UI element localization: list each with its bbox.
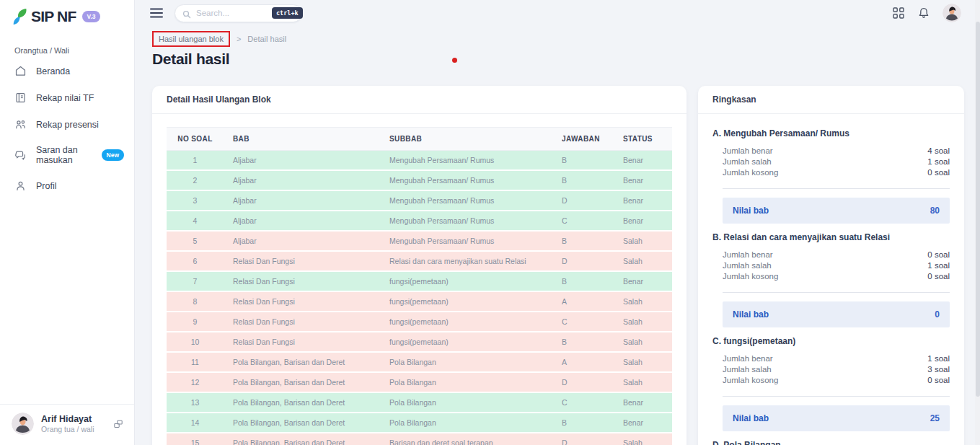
cell-subbab: fungsi(pemetaan): [380, 332, 552, 352]
cell-no-soal: 10: [167, 332, 224, 352]
cell-status: Salah: [614, 251, 672, 271]
sidebar-item-profil[interactable]: Profil: [0, 172, 134, 199]
cell-subbab: Pola Bilangan: [380, 352, 552, 372]
cell-bab: Relasi Dan Fungsi: [224, 251, 380, 271]
cell-bab: Aljabar: [224, 190, 380, 211]
scrollbar-thumb[interactable]: [976, 22, 980, 397]
nilai-bab-value: 25: [930, 413, 940, 423]
app-logo[interactable]: SIP NF V.3: [0, 0, 134, 32]
nilai-bab-label: Nilai bab: [733, 309, 769, 320]
cell-jawaban: D: [552, 190, 614, 211]
summary-card-title: Ringkasan: [698, 86, 964, 114]
sidebar-item-rekap-nilai-tf[interactable]: Rekap nilai TF: [0, 84, 134, 111]
summary-sections: A. Mengubah Persamaan/ Rumus Jumlah bena…: [698, 114, 964, 445]
col-jawaban: JAWABAN: [552, 128, 614, 151]
nilai-bab-label: Nilai bab: [733, 206, 769, 216]
cell-subbab: Barisan dan deret soal terapan: [380, 433, 552, 445]
cell-jawaban: B: [552, 413, 614, 433]
topbar-actions: [892, 4, 961, 22]
menu-toggle-icon[interactable]: [150, 7, 163, 19]
sidebar-item-label: Rekap presensi: [36, 120, 99, 130]
breadcrumb: Hasil ulangan blok > Detail hasil: [135, 26, 980, 47]
cell-status: Benar: [614, 211, 672, 231]
cell-subbab: Pola Bilangan: [380, 392, 552, 413]
summary-section: A. Mengubah Persamaan/ Rumus Jumlah bena…: [712, 128, 950, 224]
breadcrumb-item-hasil-ulangan-blok[interactable]: Hasil ulangan blok: [152, 31, 230, 47]
summary-row-salah: Jumlah salah 1 soal: [723, 156, 950, 167]
cell-no-soal: 11: [167, 352, 224, 372]
sidebar-item-rekap-presensi[interactable]: Rekap presensi: [0, 111, 134, 138]
summary-divider: [723, 292, 950, 293]
table-row: 14 Pola Bilangan, Barisan dan Deret Pola…: [167, 413, 672, 433]
table-row: 9 Relasi Dan Fungsi fungsi(pemetaan) C S…: [167, 312, 672, 332]
logout-icon[interactable]: [112, 418, 124, 430]
summary-row-salah: Jumlah salah 3 soal: [723, 364, 950, 374]
nilai-bab-value: 0: [935, 309, 940, 320]
user-name: Arif Hidayat: [41, 414, 94, 426]
cell-subbab: fungsi(pemetaan): [380, 312, 552, 332]
summary-divider: [723, 396, 950, 397]
cell-status: Benar: [614, 170, 672, 190]
sidebar-item-beranda[interactable]: Beranda: [0, 58, 134, 84]
table-header-row: NO SOAL BAB SUBBAB JAWABAN STATUS: [167, 128, 672, 151]
cell-no-soal: 1: [167, 151, 224, 171]
results-table-body: 1 Aljabar Mengubah Persamaan/ Rumus B Be…: [167, 151, 672, 445]
cell-jawaban: B: [552, 170, 614, 190]
search-box[interactable]: ctrl+k: [175, 4, 302, 22]
app-name: SIP NF: [31, 8, 76, 25]
cell-jawaban: B: [552, 332, 614, 352]
cell-status: Benar: [614, 151, 672, 171]
table-row: 15 Pola Bilangan, Barisan dan Deret Bari…: [167, 433, 672, 445]
user-icon: [14, 180, 27, 192]
sidebar-item-label: Beranda: [36, 66, 70, 76]
profile-avatar[interactable]: [943, 4, 961, 22]
page-scrollbar[interactable]: [975, 0, 980, 445]
sidebar-item-label: Saran dan masukan: [36, 145, 92, 165]
cell-status: Salah: [614, 372, 672, 392]
table-row: 5 Aljabar Mengubah Persamaan/ Rumus B Sa…: [167, 231, 672, 251]
col-no-soal: NO SOAL: [167, 128, 224, 151]
sidebar-item-saran-dan-masukan[interactable]: Saran dan masukan New: [0, 138, 134, 172]
cell-jawaban: D: [552, 372, 614, 392]
nilai-bab-row: Nilai bab 0: [723, 301, 950, 327]
breadcrumb-item-detail-hasil: Detail hasil: [247, 35, 286, 43]
bell-icon[interactable]: [917, 6, 930, 19]
users-icon: [14, 118, 27, 131]
apps-grid-icon[interactable]: [892, 6, 905, 19]
search-input[interactable]: [196, 9, 267, 17]
search-icon: [182, 9, 191, 17]
summary-row-benar: Jumlah benar 0 soal: [723, 249, 950, 260]
sidebar: SIP NF V.3 Orangtua / Wali Beranda Rekap…: [0, 0, 135, 445]
summary-row-salah: Jumlah salah 1 soal: [723, 260, 950, 270]
cell-subbab: Pola Bilangan: [380, 413, 552, 433]
cell-jawaban: C: [552, 312, 614, 332]
summary-section: B. Relasi dan cara menyajikan suatu Rela…: [712, 232, 950, 327]
cell-subbab: Pola Bilangan: [380, 372, 552, 392]
sidebar-item-label: Rekap nilai TF: [36, 93, 94, 103]
cell-subbab: Relasi dan cara menyajikan suatu Relasi: [380, 251, 552, 271]
cell-bab: Aljabar: [224, 231, 380, 251]
cell-subbab: Mengubah Persamaan/ Rumus: [380, 170, 552, 190]
summary-row-kosong: Jumlah kosong 0 soal: [723, 270, 950, 281]
table-row: 3 Aljabar Mengubah Persamaan/ Rumus D Be…: [167, 190, 672, 211]
cell-no-soal: 9: [167, 312, 224, 332]
cell-subbab: Mengubah Persamaan/ Rumus: [380, 211, 552, 231]
table-row: 4 Aljabar Mengubah Persamaan/ Rumus C Be…: [167, 211, 672, 231]
nilai-bab-row: Nilai bab 25: [723, 405, 950, 431]
summary-section-heading: A. Mengubah Persamaan/ Rumus: [712, 128, 950, 138]
sidebar-user-card[interactable]: Arif Hidayat Orang tua / wali: [0, 404, 134, 445]
cell-status: Benar: [614, 413, 672, 433]
main-area: ctrl+k: [135, 0, 980, 445]
cell-status: Salah: [614, 312, 672, 332]
cell-bab: Pola Bilangan, Barisan dan Deret: [224, 372, 380, 392]
cell-no-soal: 15: [167, 433, 224, 445]
cell-no-soal: 3: [167, 190, 224, 211]
col-bab: BAB: [224, 128, 380, 151]
col-subbab: SUBBAB: [380, 128, 552, 151]
results-card: Detail Hasil Ulangan Blok NO SOAL BAB SU…: [152, 86, 687, 445]
chat-icon: [14, 149, 27, 162]
cell-jawaban: D: [552, 251, 614, 271]
summary-row-benar: Jumlah benar 1 soal: [723, 353, 950, 364]
nilai-bab-value: 80: [930, 206, 940, 216]
summary-section-heading: C. fungsi(pemetaan): [712, 336, 950, 346]
